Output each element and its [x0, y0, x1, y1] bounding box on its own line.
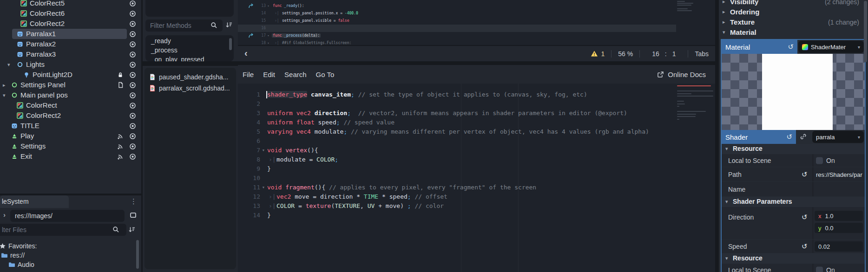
lock-icon[interactable] — [117, 71, 124, 78]
eye-icon[interactable] — [129, 10, 136, 17]
chevron-right-icon[interactable]: › — [3, 211, 6, 219]
sort-icon[interactable] — [225, 21, 233, 30]
signal-icon[interactable] — [117, 153, 124, 160]
visibility-toggle[interactable] — [129, 82, 136, 91]
fold-icon[interactable]: ▾ — [262, 184, 265, 191]
scene-node-row[interactable]: Settings — [0, 141, 141, 151]
eye-icon[interactable] — [129, 61, 136, 68]
filesystem-scrollbar[interactable] — [136, 240, 139, 269]
fold-icon[interactable]: ▾ — [262, 147, 265, 154]
visibility-toggle[interactable] — [129, 31, 136, 39]
zoom-level[interactable]: 56 % — [618, 50, 633, 58]
material-dropdown[interactable]: ShaderMater ▾ — [798, 41, 864, 53]
visibility-toggle[interactable] — [129, 61, 136, 70]
code-line[interactable]: 1shader_type canvas_item; // set the typ… — [238, 90, 676, 99]
visibility-toggle[interactable] — [129, 41, 136, 50]
scene-node-row[interactable]: Parralax2 — [0, 39, 141, 49]
material-label-cell[interactable]: Material ↺ — [722, 40, 797, 54]
eye-icon[interactable] — [129, 143, 136, 150]
filesystem-item[interactable]: Audio — [0, 260, 137, 270]
visibility-toggle[interactable] — [129, 123, 136, 131]
menu-go-to[interactable]: Go To — [316, 71, 335, 78]
method-list-item[interactable]: _ready — [145, 37, 234, 46]
warnings-indicator[interactable]: 1 — [591, 50, 605, 58]
inspector-group-header[interactable]: ▾Resource — [722, 144, 865, 154]
conn-icon[interactable] — [248, 3, 254, 9]
code-line[interactable]: 16 — [238, 25, 676, 32]
sort-icon[interactable] — [128, 226, 136, 233]
path-value[interactable]: res://Shaders/par — [816, 171, 864, 178]
eye-icon[interactable] — [129, 0, 136, 7]
visibility-toggle[interactable] — [129, 92, 136, 101]
indent-mode[interactable]: Tabs — [695, 50, 709, 58]
fold-icon[interactable]: ▾ — [267, 3, 269, 9]
visibility-toggle[interactable] — [129, 102, 136, 111]
code-line[interactable]: 7▾void vertex(){ — [238, 146, 676, 155]
inspector-group-header[interactable]: ▾Resource — [722, 253, 865, 264]
code-line[interactable]: 8›|modulate = COLOR; — [238, 155, 676, 164]
eye-icon[interactable] — [129, 153, 136, 160]
code-line[interactable]: 17▾func _process(delta): — [238, 32, 676, 39]
revert-icon[interactable]: ↺ — [802, 213, 808, 221]
scene-node-row[interactable]: Parralax1 — [0, 29, 141, 39]
inspector-scrollbar[interactable] — [864, 1, 867, 62]
code-line[interactable]: 15›|settings_panel.visible = false — [238, 17, 676, 25]
visibility-toggle[interactable] — [129, 71, 136, 80]
revert-icon[interactable]: ↺ — [786, 133, 792, 141]
code-line[interactable]: 3uniform vec2 direction; // vector2, uni… — [238, 109, 676, 118]
eye-icon[interactable] — [129, 71, 136, 78]
scene-node-row[interactable]: TITLE — [0, 121, 141, 131]
shader-label-cell[interactable]: Shader ↺ — [722, 130, 796, 144]
fold-icon[interactable]: ▾ — [267, 33, 269, 39]
visibility-toggle[interactable] — [129, 143, 136, 152]
collapse-icon[interactable]: ▾ — [3, 91, 6, 99]
shader-dropdown[interactable]: parrala ▾ — [812, 131, 864, 143]
scene-node-row[interactable]: Exit — [0, 151, 141, 162]
filesystem-item[interactable]: res:// — [0, 251, 137, 260]
scene-node-row[interactable]: ColorRect2 — [0, 19, 141, 29]
visibility-toggle[interactable] — [129, 20, 136, 29]
dock-divider[interactable] — [143, 61, 238, 66]
inspector-group-header[interactable]: ▾Shader Parameters — [722, 197, 865, 207]
scene-node-row[interactable]: Parralax3 — [0, 49, 141, 59]
material-preview[interactable] — [722, 54, 865, 130]
filesystem-tab[interactable]: leSystem — [0, 195, 69, 208]
inspector-section-ordering[interactable]: ▸Ordering — [719, 7, 866, 18]
scene-node-row[interactable]: ▸Settings Panel — [0, 80, 141, 90]
code-line[interactable]: 14} — [238, 211, 676, 220]
scene-node-row[interactable]: ColorRect — [0, 100, 141, 110]
eye-icon[interactable] — [129, 92, 136, 99]
visibility-toggle[interactable] — [129, 0, 136, 9]
revert-icon[interactable]: ↺ — [802, 242, 808, 251]
code-line[interactable]: 5varying vec4 modulate; // varying means… — [238, 127, 676, 136]
split-view-icon[interactable] — [130, 212, 137, 220]
code-line[interactable]: 14›|settings_panel.position.x = -400.0 — [238, 10, 676, 17]
visibility-toggle[interactable] — [129, 153, 136, 162]
shader-code-area[interactable]: 1shader_type canvas_item; // set the typ… — [238, 84, 676, 272]
filesystem-item[interactable]: Favorites: — [0, 242, 137, 251]
scene-node-row[interactable]: Play — [0, 131, 141, 141]
menu-edit[interactable]: Edit — [263, 71, 275, 78]
link-icon[interactable] — [800, 133, 807, 140]
eye-icon[interactable] — [129, 31, 136, 38]
expand-icon[interactable]: ▸ — [3, 81, 6, 89]
shader-minimap[interactable] — [676, 85, 715, 127]
gdscript-code-area[interactable]: 13▾func _ready():14›|settings_panel.posi… — [238, 0, 676, 45]
visibility-toggle[interactable] — [129, 51, 136, 60]
panel-menu-icon[interactable]: ⋮ — [130, 197, 138, 206]
menu-search[interactable]: Search — [284, 71, 307, 78]
scene-node-row[interactable]: PointLight2D — [0, 70, 141, 80]
code-line[interactable]: 18▾›|##if GlobalSettings.Fullscreen: — [238, 39, 676, 45]
method-list-item[interactable]: _process — [145, 46, 234, 56]
collapse-scripts-icon[interactable]: ‹ — [244, 48, 248, 58]
scene-node-row[interactable]: ColorRect2 — [0, 110, 141, 121]
eye-icon[interactable] — [129, 20, 136, 27]
eye-icon[interactable] — [129, 123, 136, 130]
visibility-toggle[interactable] — [129, 133, 136, 142]
menu-file[interactable]: File — [243, 71, 254, 78]
visibility-toggle[interactable] — [129, 112, 136, 121]
eye-icon[interactable] — [129, 41, 136, 48]
eye-icon[interactable] — [129, 133, 136, 140]
method-list-item[interactable]: _on_play_pressed — [145, 56, 234, 61]
inspector-section-visibility[interactable]: ▸Visibility(2 changes) — [719, 0, 866, 7]
